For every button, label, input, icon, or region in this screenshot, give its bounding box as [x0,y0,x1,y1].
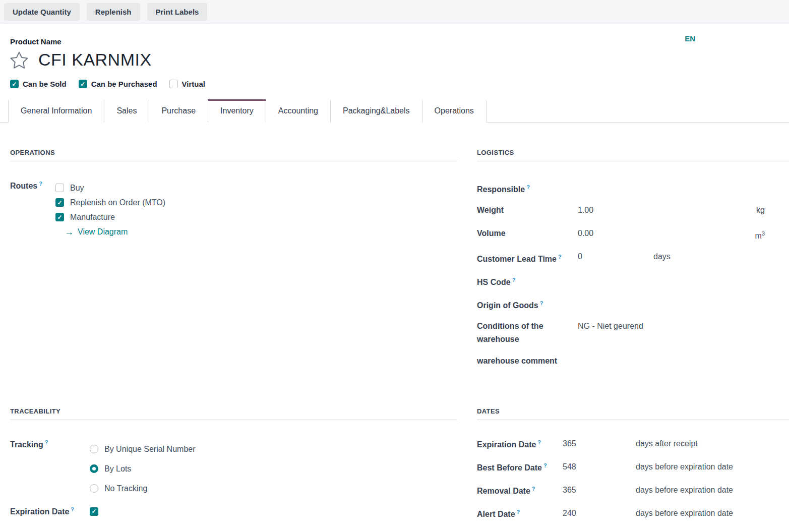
warehouse-conditions-field[interactable]: NG - Niet geurend [578,320,643,333]
product-name-label: Product Name [10,37,789,46]
inventory-tab-content: OPERATIONS Routes Buy Replenish on Order… [0,123,789,532]
print-labels-button[interactable]: Print Labels [147,3,208,21]
volume-field[interactable]: 0.00 [578,227,653,240]
favorite-star-icon[interactable] [10,51,28,69]
dates-section-title: DATES [477,407,789,420]
arrow-right-icon: → [65,227,74,237]
help-icon [526,184,530,190]
tab-general-information[interactable]: General Information [8,99,104,123]
weight-unit: kg [756,204,765,217]
flag-can-be-sold: Can be Sold [10,80,67,88]
customer-lead-time-unit: days [653,250,671,263]
virtual-label: Virtual [182,80,205,88]
best-before-date-suffix: days before expiration date [636,462,733,471]
warehouse-comment-row: warehouse comment [477,354,789,378]
tracking-options: By Unique Serial Number By Lots No Track… [90,439,196,498]
traceability-section: TRACEABILITY Tracking By Unique Serial N… [10,407,457,532]
tab-sales[interactable]: Sales [104,99,149,123]
logistics-section-title: LOGISTICS [477,149,789,161]
help-icon [543,462,547,468]
help-icon [558,254,562,260]
expiration-date-suffix: days after receipt [636,439,698,448]
update-quantity-button[interactable]: Update Quantity [4,3,80,21]
help-icon [71,506,74,512]
product-header: EN Product Name CFI KARNMIX Can be Sold … [0,24,789,88]
best-before-date-field[interactable]: 548 [563,462,636,471]
tracking-option-none: No Tracking [90,479,196,498]
help-icon [45,439,48,445]
view-diagram-link[interactable]: → View Diagram [55,224,165,239]
language-link[interactable]: EN [685,34,695,43]
warehouse-conditions-row: Conditions of the warehouse NG - Niet ge… [477,320,789,354]
route-buy-label: Buy [70,184,84,193]
origin-of-goods-label: Origin of Goods [477,297,578,312]
tab-packaging-labels[interactable]: Packaging&Labels [330,99,422,123]
weight-label: Weight [477,204,578,217]
route-buy-checkbox[interactable] [55,184,64,192]
tracking-serial-radio[interactable] [90,445,98,453]
route-mto-label: Replenish on Order (MTO) [70,198,165,207]
can-be-purchased-label: Can be Purchased [91,80,157,88]
removal-date-row: Removal Date 365 days before expiration … [477,486,789,509]
tab-inventory[interactable]: Inventory [208,99,266,123]
tracking-option-serial: By Unique Serial Number [90,439,196,459]
warehouse-comment-label: warehouse comment [477,354,578,368]
view-diagram-label: View Diagram [78,227,128,237]
volume-unit: m3 [755,227,765,243]
tab-bar: General Information Sales Purchase Inven… [0,99,789,123]
can-be-sold-label: Can be Sold [23,80,67,88]
route-mto: Replenish on Order (MTO) [55,195,165,210]
alert-date-suffix: days before expiration date [636,509,733,518]
expiration-date-toggle-row: Expiration Date [10,506,457,516]
route-manufacture: Manufacture [55,210,165,224]
weight-row: Weight 1.00 kg [477,204,789,227]
can-be-sold-checkbox[interactable] [10,80,19,88]
alert-date-field[interactable]: 240 [563,509,636,518]
expiration-date-field[interactable]: 365 [563,439,636,448]
operations-section-title: OPERATIONS [10,149,457,161]
tracking-label: Tracking [10,439,90,498]
flag-can-be-purchased: Can be Purchased [79,80,157,88]
removal-date-suffix: days before expiration date [636,486,733,495]
routes-label: Routes [10,181,55,239]
alert-date-label: Alert Date [477,509,563,519]
page-title[interactable]: CFI KARNMIX [38,50,152,70]
customer-lead-time-label: Customer Lead Time [477,250,578,266]
tab-accounting[interactable]: Accounting [266,99,331,123]
tracking-none-radio[interactable] [90,484,98,493]
weight-field[interactable]: 1.00 [578,204,653,217]
help-icon [537,439,541,445]
tab-operations[interactable]: Operations [422,99,487,123]
hs-code-row: HS Code [477,273,789,297]
volume-label: Volume [477,227,578,240]
help-icon [512,277,516,283]
help-icon [39,181,42,187]
expiration-date-toggle-label: Expiration Date [10,506,90,516]
removal-date-label: Removal Date [477,486,563,496]
replenish-button[interactable]: Replenish [87,3,140,21]
tab-purchase[interactable]: Purchase [149,99,208,123]
expiration-date-checkbox[interactable] [90,507,98,516]
routes-list: Buy Replenish on Order (MTO) Manufacture… [55,181,165,239]
tracking-lots-radio[interactable] [90,464,98,473]
statusbar: Update Quantity Replenish Print Labels [0,0,789,24]
virtual-checkbox[interactable] [169,80,178,88]
responsible-label: Responsible [477,181,578,196]
tracking-serial-label: By Unique Serial Number [104,445,196,454]
help-icon [532,486,535,492]
route-mto-checkbox[interactable] [55,198,64,207]
volume-row: Volume 0.00 m3 [477,227,789,250]
can-be-purchased-checkbox[interactable] [79,80,87,88]
route-manufacture-checkbox[interactable] [55,213,64,221]
help-icon [517,509,520,515]
help-icon [540,300,543,306]
flag-virtual: Virtual [169,80,205,88]
customer-lead-time-field[interactable]: 0 [578,250,653,263]
removal-date-field[interactable]: 365 [563,486,636,495]
tracking-lots-label: By Lots [104,464,131,474]
best-before-date-label: Best Before Date [477,462,563,472]
responsible-row: Responsible [477,181,789,204]
route-buy: Buy [55,181,165,195]
logistics-section: LOGISTICS Responsible Weight 1.00 kg Vol… [477,149,789,407]
product-flags: Can be Sold Can be Purchased Virtual [10,80,789,88]
